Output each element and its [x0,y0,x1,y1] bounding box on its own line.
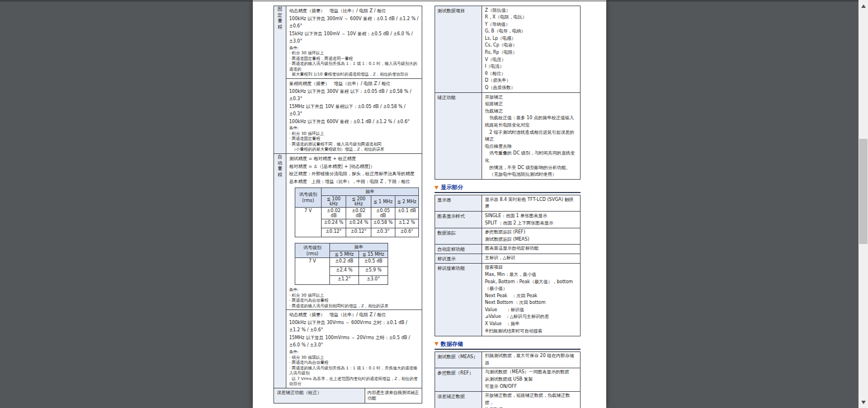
condition-lines: 条件:· 积分 30 循环以上· 两通道固定量程，两通道同一量程· 两通道的输入… [289,45,419,78]
scroll-up-button[interactable] [858,1,868,11]
frequency-header: 频率 [330,243,388,251]
text-line: · 积分 30 循环以上 [289,50,419,56]
corner-cell: 讯号级别 (rms) [295,243,330,258]
text-line: 100kHz 以下并且 600V 量程：±0.1 dB / ±1.2 % / ±… [289,118,419,126]
corner-cell: 讯号级别 (rms) [295,188,322,208]
cell: ±0.58 % [371,219,395,228]
table-row: 显示器显示器 8.4 英吋彩色 TFT-LCD (SVGA) 触摸屏 [435,195,580,211]
text-line: 可显示 ON/OFF [485,383,577,391]
table-row: 辅正功能开放辅正短路辅正负载辅正 负载校正值：最多 10 点的频率校正值输入线路… [435,92,580,179]
text-line: G, B（电导，电纳） [485,28,577,35]
text-line: ※扫频测试结束时可自动搜索 [485,328,577,335]
text-line: · 积分 30 循环以上 [289,131,419,137]
text-line: 15MHz 以下並且 100mVrms ～ 20Vrms 之時：±0.5 dB … [289,334,419,349]
left-column: 固定量程 动态精度（摘要） 增益（比率）/ 电阻 Z / 相位 100kHz 以… [273,6,422,408]
text-line: 条件: [289,45,419,51]
text-line: Next Bottom ：次回 bottom [485,299,577,307]
text-line: 的情况，不受 DC 级别影响的分析功能。 [485,165,577,172]
cell: ±1.2 % [395,219,418,228]
text-line: SPLIT ：画面 2 上下两张图表显示 [485,220,577,227]
table-row: 数据追踪参照数据追踪 (REF)测试数据追踪 (MEAS) [435,228,580,244]
table-row: 固定量程 动态精度（摘要） 增益（比率）/ 电阻 Z / 相位 100kHz 以… [274,6,422,79]
scroll-down-button[interactable] [858,397,868,407]
text-line: 校正精度：外部链接分流电阻，探头，校正用标準治具等的精度 [289,170,419,178]
text-line: 线路延长电阻变化对应 [485,122,577,129]
spec-lines: 100kHz 以下并且 300mV ～ 600V 量程：±0.1 dB / ±1… [289,15,419,45]
row-label: 自动定标功能 [435,245,482,254]
text-line: 2 端子测试时连线造成相位迟延引起误差的辅正 [485,129,577,143]
row-value: 开放辅正数据，短路辅正数据，负载辅正数据，均衡数据 [482,392,580,408]
cell: ±3.0° [359,276,388,285]
table-row: 误差辅正数据开放辅正数据，短路辅正数据，负载辅正数据，均衡数据 [435,391,580,408]
text-line: 搜索项目 [485,264,577,271]
table-row: 讯号级别 (rms) 频率 [295,188,419,196]
cell: ±0.02 dB [321,208,346,219]
text-line: · 两通道固定量程，两通道同一量程 [289,56,419,62]
row-label: 显示器 [435,195,482,211]
col-header: ≦ 2 MHz [395,196,418,208]
text-line: Ls, Lp（电感） [485,35,577,43]
text-line: 从测试数据或 USB 复製 [485,376,577,383]
signal-level-label: 讯号级别 [297,191,319,198]
block-title: 动态精度（摘要） 增益（比率）/ 电阻 Z / 相位 [289,7,419,15]
condition-lines: 条件:· 积分 30 循环以上· 两通道固定量程· 两通道的测试量程不同，输入讯… [289,125,419,152]
text-line: 负载辅正 [485,108,577,115]
display-section-table: 显示器显示器 8.4 英吋彩色 TFT-LCD (SVGA) 触摸屏图表显示样式… [435,195,581,336]
application-window: 固定量程 动态精度（摘要） 增益（比率）/ 电阻 Z / 相位 100kHz 以… [0,0,868,408]
cell: ±1.2° [330,276,359,285]
condition-lines: 条件:· 積分 30 循環以上· 两通道均為自动量程· 两通道的输入讯号级别关係… [289,349,419,387]
scrollbar-thumb[interactable] [859,139,867,244]
text-line: 条件: [289,125,419,131]
text-line: 开放辅正数据，短路辅正数据，负载辅正数据， [485,392,577,406]
text-line: Rs, Rp（电阻） [485,49,577,57]
spec-block: 动态精度（摘要） 增益（比率）/ 电阻 Z / 相位 100kHz 以下并且 3… [286,310,422,388]
cell: ±0.24 % [321,219,346,228]
section-header-display: ▼ 显示部分 [435,184,581,193]
block-title: 量程间精度（摘要） 增益（比率）/ 电阻 Z / 相位 [289,80,419,88]
section-header-data-storage: ▼ 数据存储 [435,341,581,350]
text-line: Next Peak ：次回 Peak [485,293,577,300]
signal-level-label: 讯号级别 [297,245,328,251]
text-line: （小量程的的最大量程级别）增益，Z，相位的误差 [289,147,419,152]
text-line: · 两通道的输入讯号级别关係為 1：1 或 1：0.1 时，关係值大的通道输入讯… [289,365,419,376]
table-row: 自动量程 测试精度 = 相对精度 + 校正精度相对精度 = ±（|基本精度| +… [274,154,422,310]
text-line: （充放电中电池阻抗测试时使用） [485,171,577,179]
row-label: 误差辅正数据 [435,392,482,408]
text-line: · 两通道的输入讯号级别相同时的增益，Z，相位的误差 [289,303,419,309]
scrollbar[interactable] [858,0,868,408]
condition-lines: 条件:· 积分 30 循环以上· 两通道均為自动量程· 两通道的输入讯号级别相同… [289,287,419,308]
table-row: 动态精度（摘要） 增益（比率）/ 电阻 Z / 相位 100kHz 以下并且 3… [274,310,422,388]
cell: ±0.24 % [346,219,371,228]
text-line: I（电流） [485,63,577,71]
cell: ±0.5 dB [359,258,388,267]
error-correction-row: 误差辅正功能（校正） 内部產生误差自我测试辅正功能 [273,388,422,404]
text-line: V（电压） [485,57,577,64]
row-value: 内部產生误差自我测试辅正功能 [365,388,422,403]
text-line: 短路辅正 [485,101,577,108]
text-line: 15kHz 以下并且 100mV ～ 10V 量程：±0.5 dB / ±6.0… [289,30,419,45]
scroll-down-icon [861,401,866,404]
text-line: 扫频测试数据，最大可保存 20 组在内部存储器 [485,353,577,367]
row-label: 标识搜索功能 [435,264,482,336]
cell-auto-dynamic-accuracy: 动态精度（摘要） 增益（比率）/ 电阻 Z / 相位 100kHz 以下并且 3… [286,310,422,388]
table-row: 7 V ±0.02 dB ±0.02 dB ±0.05 dB ±0.1 dB [295,208,419,219]
window-top-edge [0,0,868,2]
spec-block: 量程间精度（摘要） 增益（比率）/ 电阻 Z / 相位 100kHz 以下并且 … [286,79,422,153]
table-row: 测试数据（MEAS）扫频测试数据，最大可保存 20 组在内部存储器 [435,352,580,368]
text-line: 讯号重叠的 DC 级别，与时间共同的直线变化 [485,150,577,164]
basic-accuracy-table-high: 讯号级别 (rms) 频率 ≦ 5 MHz ≦ 15 MHz [295,243,388,285]
text-line: · 两通道固定量程 [289,136,419,142]
section-title: 显示部分 [441,184,463,191]
right-column: 测试数据项目Z（阻抗值）R，X（电阻，电抗）Y（导纳值）G, B（电导，电纳）L… [435,6,581,408]
col-header: ≦ 15 MHz [359,251,388,258]
col-header: ≦ 100 kHz [321,196,346,208]
data-storage-table: 测试数据（MEAS）扫频测试数据，最大可保存 20 组在内部存储器参照数据（RE… [435,351,581,408]
spec-block: 测试精度 = 相对精度 + 校正精度相对精度 = ±（|基本精度| + |动态精… [286,154,422,309]
spec-lines: 100kHz 以下并且 30Vrms ～ 600Vrms 之时：±0.1 dB … [289,319,419,349]
row-label: 测试数据项目 [435,6,482,92]
row-label: 辅正功能 [435,93,482,179]
text-line: Value ：标识值 [485,307,577,314]
cell: ±0.6° [395,228,418,237]
scroll-up-icon [861,4,866,8]
text-line: 显示器 8.4 英吋彩色 TFT-LCD (SVGA) 触摸屏 [485,196,577,210]
